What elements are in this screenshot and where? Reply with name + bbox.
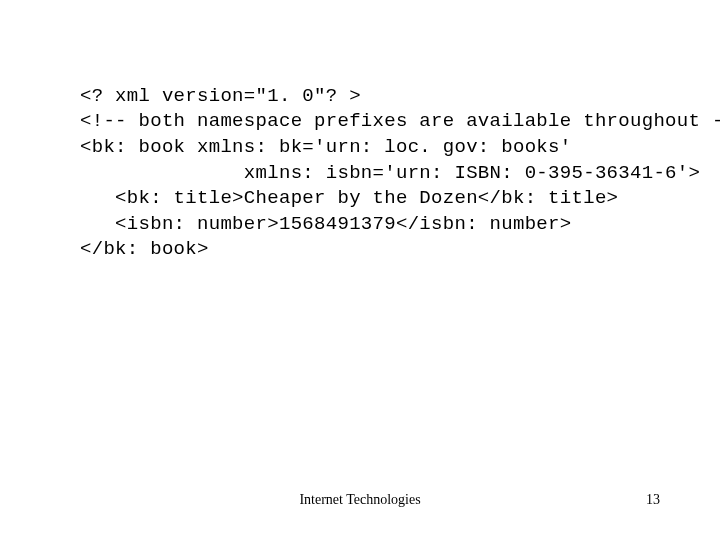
code-line-6: <isbn: number>1568491379</isbn: number>	[80, 213, 571, 235]
code-line-1: <? xml version="1. 0"? >	[80, 85, 361, 107]
code-line-3: <bk: book xmlns: bk='urn: loc. gov: book…	[80, 136, 571, 158]
footer-page-number: 13	[646, 492, 660, 508]
code-line-7: </bk: book>	[80, 238, 209, 260]
code-line-5: <bk: title>Cheaper by the Dozen</bk: tit…	[80, 187, 618, 209]
code-line-4: xmlns: isbn='urn: ISBN: 0-395-36341-6'>	[80, 162, 700, 184]
footer-title: Internet Technologies	[0, 492, 720, 508]
code-line-2: <!-- both namespace prefixes are availab…	[80, 110, 720, 132]
xml-code-block: <? xml version="1. 0"? > <!-- both names…	[80, 58, 720, 263]
